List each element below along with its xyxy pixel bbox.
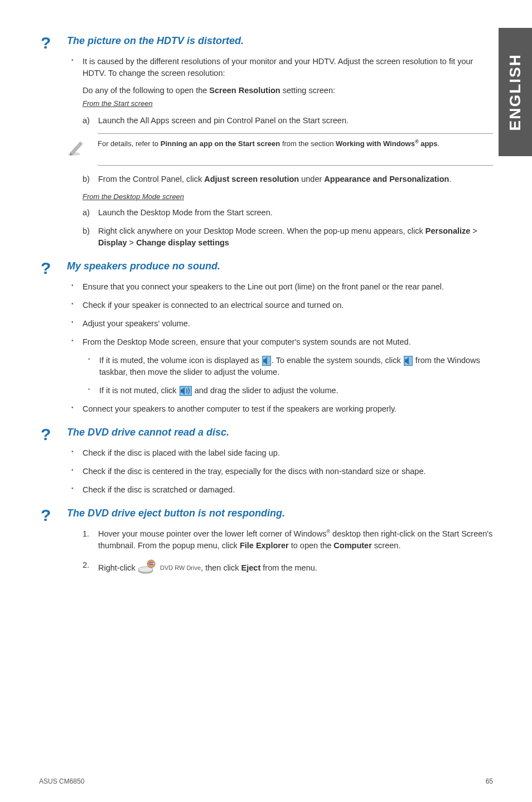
list-item: Adjust your speakers' volume. bbox=[83, 318, 493, 330]
question-icon: ? bbox=[41, 256, 51, 281]
bold-text: Appearance and Personalization bbox=[324, 175, 449, 183]
svg-text:DVD: DVD bbox=[149, 562, 154, 565]
faq-text: setting screen: bbox=[280, 86, 335, 95]
step-text: screen. bbox=[372, 541, 401, 550]
faq-title: The DVD drive eject button is not respon… bbox=[67, 506, 493, 520]
list-item: If it is muted, the volume icon is displ… bbox=[99, 355, 493, 378]
step-text: Hover your mouse pointer over the lower … bbox=[98, 529, 326, 538]
bold-text: Screen Resolution bbox=[209, 86, 280, 95]
question-icon: ? bbox=[41, 503, 51, 528]
list-item: Check if the disc is scratched or damage… bbox=[83, 484, 493, 496]
bold-text: Adjust screen resolution bbox=[204, 175, 299, 183]
step-text: Launch the All Apps screen and pin Contr… bbox=[98, 116, 349, 125]
faq-title: My speakers produce no sound. bbox=[67, 259, 493, 273]
bold-text: Working with Windows bbox=[336, 139, 415, 148]
faq-text: and drag the slider to adjust the volume… bbox=[192, 386, 338, 395]
step-text: Right-click bbox=[98, 563, 138, 572]
dvd-drive-icon: DVD bbox=[138, 559, 158, 577]
faq-text: Connect your speakers to another compute… bbox=[83, 404, 396, 413]
step-text: to open the bbox=[289, 541, 334, 550]
step-text: From the Control Panel, click bbox=[98, 175, 204, 183]
faq-text: From the Desktop Mode screen, ensure tha… bbox=[83, 337, 411, 346]
list-item: Check if the disc is centered in the tra… bbox=[83, 466, 493, 477]
list-item: 2. Right-click DVD DVD RW Drive, then cl… bbox=[98, 559, 493, 577]
footer-page-number: 65 bbox=[486, 777, 493, 785]
language-tab: ENGLISH bbox=[499, 28, 532, 156]
list-item: Ensure that you connect your speakers to… bbox=[83, 281, 493, 293]
list-item: a)Launch the Desktop Mode from the Start… bbox=[98, 207, 493, 219]
step-text: from the menu. bbox=[260, 563, 317, 572]
volume-muted-icon bbox=[262, 356, 271, 366]
bold-text: Pinning an app on the Start screen bbox=[161, 139, 280, 148]
bold-text: Personalize bbox=[425, 226, 471, 235]
list-item: Check if the disc is placed with the lab… bbox=[83, 447, 493, 459]
faq-text: Check if your speaker is connected to an… bbox=[83, 301, 344, 310]
page-footer: ASUS CM6850 65 bbox=[39, 777, 493, 785]
faq-text: If it is muted, the volume icon is displ… bbox=[99, 356, 262, 365]
list-item: a)Launch the All Apps screen and pin Con… bbox=[98, 115, 493, 127]
list-item: b) Right click anywhere on your Desktop … bbox=[98, 225, 493, 249]
step-text: under bbox=[299, 175, 324, 183]
subheading: From the Start screen bbox=[83, 99, 493, 109]
bold-text: Computer bbox=[333, 541, 371, 550]
faq-text: Do any of the following to open the bbox=[83, 86, 209, 95]
bold-text: File Explorer bbox=[240, 541, 289, 550]
language-tab-label: ENGLISH bbox=[506, 54, 524, 131]
volume-icon bbox=[180, 386, 192, 396]
list-item: b) From the Control Panel, click Adjust … bbox=[98, 173, 493, 185]
faq-text: It is caused by the different resolution… bbox=[83, 57, 473, 78]
faq-text: Check if the disc is scratched or damage… bbox=[83, 485, 235, 494]
note-box: For details, refer to Pinning an app on … bbox=[98, 133, 493, 166]
list-item: It is caused by the different resolution… bbox=[83, 56, 493, 127]
faq-text: Adjust your speakers' volume. bbox=[83, 319, 190, 328]
note-text: from the section bbox=[280, 139, 336, 148]
bold-text: apps bbox=[419, 139, 438, 148]
step-text: , then click bbox=[201, 563, 241, 572]
bold-text: Change display settings bbox=[136, 238, 229, 247]
faq-text: If it is not muted, click bbox=[99, 386, 179, 395]
step-text: Launch the Desktop Mode from the Start s… bbox=[98, 208, 273, 217]
list-item: If it is not muted, click and drag the s… bbox=[99, 385, 493, 397]
bold-text: Eject bbox=[241, 563, 261, 572]
question-icon: ? bbox=[41, 31, 51, 55]
volume-muted-icon bbox=[404, 356, 413, 366]
separator: > bbox=[470, 226, 477, 235]
list-item: 1. Hover your mouse pointer over the low… bbox=[98, 528, 493, 552]
separator: > bbox=[127, 238, 137, 247]
faq-text: Check if the disc is placed with the lab… bbox=[83, 448, 280, 457]
note-text: For details, refer to bbox=[98, 139, 161, 148]
faq-text: Check if the disc is centered in the tra… bbox=[83, 467, 425, 476]
subheading: From the Desktop Mode screen bbox=[83, 192, 493, 202]
bold-text: Display bbox=[98, 238, 127, 247]
faq-title: The picture on the HDTV is distorted. bbox=[67, 33, 493, 48]
step-text: Right click anywhere on your Desktop Mod… bbox=[98, 226, 425, 235]
list-item: From the Desktop Mode screen, ensure tha… bbox=[83, 336, 493, 397]
list-item: Connect your speakers to another compute… bbox=[83, 403, 493, 415]
pencil-icon bbox=[67, 138, 89, 161]
question-icon: ? bbox=[41, 422, 51, 447]
footer-product: ASUS CM6850 bbox=[39, 777, 84, 785]
faq-title: The DVD drive cannot read a disc. bbox=[67, 425, 493, 439]
dvd-drive-label: DVD RW Drive bbox=[160, 564, 201, 571]
list-item: Check if your speaker is connected to an… bbox=[83, 299, 493, 311]
faq-text: Ensure that you connect your speakers to… bbox=[83, 282, 444, 291]
faq-text: . To enable the system sounds, click bbox=[272, 356, 403, 365]
